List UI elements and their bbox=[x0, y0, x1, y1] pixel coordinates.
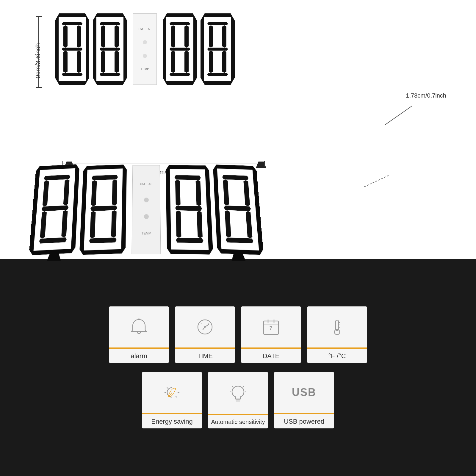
usb-text-icon: USB bbox=[292, 386, 316, 399]
digit-4 bbox=[201, 13, 235, 85]
temp-label: TEMP bbox=[141, 68, 149, 71]
date-label: DATE bbox=[241, 349, 301, 363]
calendar-icon: 7 bbox=[261, 317, 281, 337]
feature-time: TIME bbox=[175, 306, 235, 363]
feature-usb: USB USB powered bbox=[274, 372, 334, 428]
feature-auto-sensitivity: Automatic sensitivity bbox=[208, 372, 268, 428]
depth-label-area: 1.78cm/0.7inch bbox=[406, 92, 446, 99]
feature-date: 7 DATE bbox=[241, 306, 301, 363]
depth-dashed-line bbox=[364, 175, 389, 187]
height-label: 9cm/3.6inch bbox=[34, 43, 42, 79]
stand-feet-perspective bbox=[32, 253, 261, 261]
svg-line-33 bbox=[232, 386, 233, 387]
depth-arrow bbox=[385, 106, 412, 125]
perspective-clock: PM AL TEMP bbox=[29, 165, 264, 254]
svg-point-17 bbox=[334, 329, 340, 335]
digit-3 bbox=[163, 13, 197, 85]
alarm-label: alarm bbox=[109, 349, 169, 363]
top-view-clock: PM AL TEMP bbox=[55, 13, 235, 85]
temperature-label: °F /°C bbox=[307, 349, 367, 363]
features-row-1: alarm bbox=[109, 306, 367, 363]
digit-1 bbox=[55, 13, 89, 85]
height-dimension: 9cm/3.6inch bbox=[36, 16, 42, 88]
svg-point-8 bbox=[204, 326, 206, 328]
feature-temperature: °F /°C bbox=[307, 306, 367, 363]
depth-label: 1.78cm/0.7inch bbox=[406, 92, 446, 99]
perspective-digit-2 bbox=[79, 165, 127, 255]
energy-label: Energy saving bbox=[142, 414, 202, 428]
digit-2 bbox=[93, 13, 127, 85]
feature-alarm: alarm bbox=[109, 306, 169, 363]
features-row-2: Energy saving bbox=[142, 372, 334, 428]
bottom-section: alarm bbox=[0, 259, 476, 476]
svg-line-9 bbox=[209, 323, 209, 324]
energy-icon bbox=[162, 382, 182, 403]
bulb-icon bbox=[228, 383, 248, 403]
time-label: TIME bbox=[175, 349, 235, 363]
pm-label: PM bbox=[138, 27, 143, 31]
svg-line-26 bbox=[167, 387, 168, 389]
feature-energy: Energy saving bbox=[142, 372, 202, 428]
svg-line-27 bbox=[176, 396, 177, 397]
perspective-digit-3 bbox=[166, 165, 213, 255]
auto-sensitivity-label: Automatic sensitivity bbox=[208, 415, 268, 428]
svg-text:7: 7 bbox=[270, 326, 272, 331]
top-section: 9cm/3.6inch bbox=[0, 0, 476, 259]
page-container: 9cm/3.6inch bbox=[0, 0, 476, 476]
svg-line-10 bbox=[201, 323, 201, 324]
center-panel-top: PM AL TEMP bbox=[133, 13, 157, 85]
center-panel-perspective: PM AL TEMP bbox=[131, 165, 161, 254]
thermometer-icon bbox=[327, 317, 347, 337]
perspective-digit-1 bbox=[29, 164, 80, 256]
perspective-digit-4 bbox=[213, 165, 264, 255]
al-label: AL bbox=[148, 27, 151, 31]
bell-icon bbox=[129, 317, 149, 337]
clock-icon bbox=[195, 317, 215, 337]
usb-label: USB powered bbox=[274, 414, 334, 428]
svg-line-31 bbox=[243, 386, 244, 387]
